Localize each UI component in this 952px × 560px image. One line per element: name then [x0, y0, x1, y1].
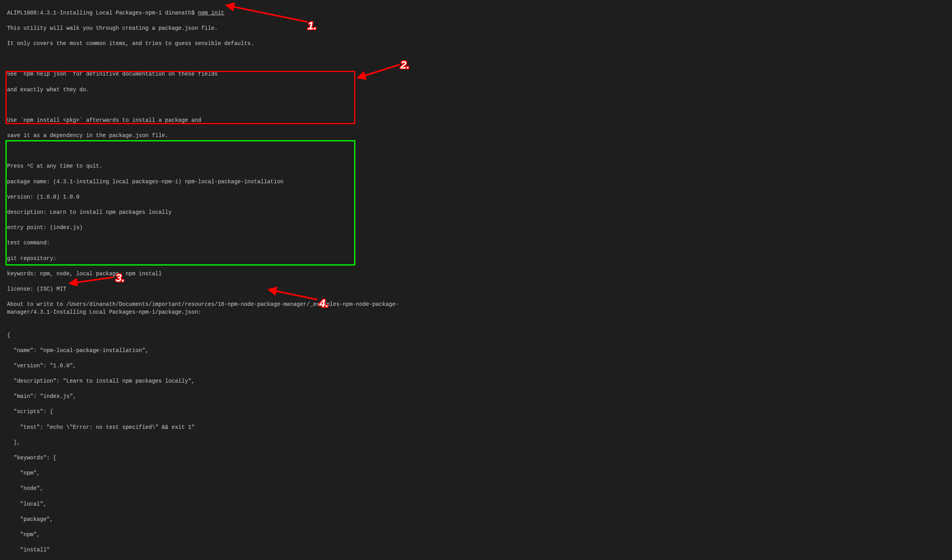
json-line: "main": "index.js", [7, 393, 945, 401]
prompt-license: license: (ISC) MIT [7, 285, 945, 293]
output-line: It only covers the most common items, an… [7, 40, 945, 48]
output-line [7, 147, 945, 155]
output-line: Press ^C at any time to quit. [7, 163, 945, 170]
output-line: and exactly what they do. [7, 86, 945, 94]
json-line: }, [7, 439, 945, 447]
prompt-description: description: Learn to install npm packag… [7, 209, 945, 217]
prompt-keywords: keywords: npm, node, local package, npm … [7, 270, 945, 278]
prompt-entry-point: entry point: (index.js) [7, 224, 945, 232]
command-npm-init: npm init [198, 10, 224, 16]
terminal-output[interactable]: ALIPL1008:4.3.1-Installing Local Package… [0, 0, 952, 560]
json-line: "npm", [7, 531, 945, 539]
output-line: See `npm help json` for definitive docum… [7, 70, 945, 78]
json-line: "version": "1.0.0", [7, 362, 945, 370]
json-line: "npm", [7, 470, 945, 477]
json-line: "keywords": [ [7, 454, 945, 462]
about-to-write: About to write to /Users/dinanath/Docume… [7, 301, 436, 316]
shell-prompt: ALIPL1008:4.3.1-Installing Local Package… [7, 10, 198, 16]
prompt-git-repository: git repository: [7, 255, 945, 263]
json-line: { [7, 332, 945, 340]
json-line: "node", [7, 485, 945, 493]
prompt-package-name: package name: (4.3.1-installing local pa… [7, 178, 945, 186]
json-line [7, 316, 945, 324]
output-line [7, 101, 945, 109]
json-line: "description": "Learn to install npm pac… [7, 378, 945, 385]
prompt-version: version: (1.0.0) 1.0.0 [7, 193, 945, 201]
json-line: "name": "npm-local-package-installation"… [7, 347, 945, 355]
output-line: save it as a dependency in the package.j… [7, 132, 945, 140]
output-line: This utility will walk you through creat… [7, 25, 945, 33]
json-line: "scripts": { [7, 408, 945, 416]
output-line [7, 55, 945, 63]
prompt-test-command: test command: [7, 239, 945, 247]
json-line: "test": "echo \"Error: no test specified… [7, 424, 945, 432]
json-line: "install" [7, 546, 945, 554]
json-line: "package", [7, 516, 945, 524]
output-line: Use `npm install <pkg>` afterwards to in… [7, 117, 945, 125]
json-line: "local", [7, 500, 945, 508]
